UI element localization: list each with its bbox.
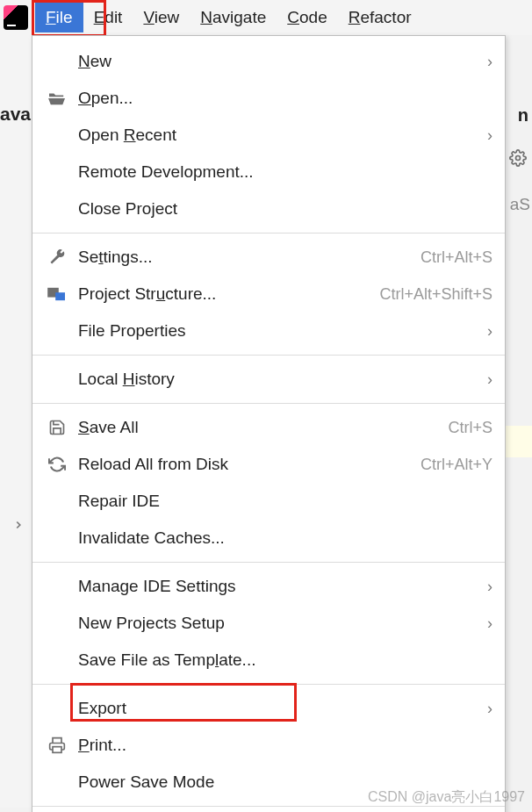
menu-edit[interactable]: Edit [83, 3, 133, 32]
shortcut: Ctrl+Alt+Y [421, 456, 492, 474]
menu-remote-dev[interactable]: Remote Development... [32, 154, 505, 190]
svg-rect-3 [53, 747, 61, 753]
bg-highlight-row [506, 426, 532, 457]
bg-text-aS: aS [510, 195, 530, 214]
menu-new-projects-setup[interactable]: New Projects Setup › [32, 605, 505, 642]
separator [32, 562, 505, 563]
menu-navigate[interactable]: Navigate [190, 3, 277, 32]
menu-manage-ide-settings[interactable]: Manage IDE Settings › [32, 568, 505, 605]
menu-repair-ide[interactable]: Repair IDE [32, 483, 505, 520]
print-icon [45, 737, 69, 754]
menu-new[interactable]: New › [32, 43, 505, 80]
menu-refactor[interactable]: Refactor [338, 3, 422, 32]
menu-view[interactable]: View [133, 3, 190, 32]
menubar: File Edit View Navigate Code Refactor [0, 0, 532, 35]
chevron-right-icon: › [487, 53, 492, 71]
chevron-right-icon: › [487, 370, 492, 389]
menu-open-recent[interactable]: Open Recent › [32, 117, 505, 154]
chevron-right-icon: › [487, 322, 492, 341]
separator [32, 403, 505, 404]
menu-file-label: ile [56, 8, 73, 26]
menu-save-all[interactable]: Save All Ctrl+S [32, 409, 505, 446]
menu-export[interactable]: Export › [32, 690, 505, 727]
menu-print[interactable]: Print... [32, 727, 505, 764]
chevron-right-icon: › [487, 700, 492, 718]
chevron-right-icon: › [487, 126, 492, 145]
separator [32, 233, 505, 234]
bg-text-ava: ava [0, 104, 31, 125]
wrench-icon [45, 248, 69, 266]
menu-project-structure[interactable]: Project Structure... Ctrl+Alt+Shift+S [32, 276, 505, 313]
menu-code[interactable]: Code [277, 3, 337, 32]
menu-reload-from-disk[interactable]: Reload All from Disk Ctrl+Alt+Y [32, 446, 505, 483]
save-icon [45, 419, 69, 436]
gear-icon[interactable] [509, 149, 527, 171]
shortcut: Ctrl+Alt+S [421, 248, 492, 267]
menu-save-as-template[interactable]: Save File as Template... [32, 642, 505, 679]
menu-invalidate-caches[interactable]: Invalidate Caches... [32, 520, 505, 557]
folder-open-icon [45, 90, 69, 106]
shortcut: Ctrl+S [448, 419, 492, 437]
bg-text-n: n [518, 105, 528, 126]
chevron-right-icon[interactable] [12, 516, 25, 535]
shortcut: Ctrl+Alt+Shift+S [379, 285, 492, 304]
separator [32, 684, 505, 685]
project-structure-icon [45, 286, 69, 302]
separator [32, 355, 505, 356]
intellij-icon [4, 5, 28, 30]
menu-file-properties[interactable]: File Properties › [32, 313, 505, 349]
left-gutter [0, 35, 32, 808]
menu-close-project[interactable]: Close Project [32, 190, 505, 227]
menu-local-history[interactable]: Local History › [32, 361, 505, 398]
file-dropdown: New › Open... Open Recent › Remote Devel… [32, 35, 506, 812]
reload-icon [45, 456, 69, 473]
svg-point-0 [516, 156, 521, 161]
menu-settings[interactable]: Settings... Ctrl+Alt+S [32, 239, 505, 276]
watermark: CSDN @java亮小白1997 [368, 788, 525, 807]
chevron-right-icon: › [487, 614, 492, 633]
svg-rect-2 [55, 292, 65, 300]
menu-open[interactable]: Open... [32, 80, 505, 117]
menu-file[interactable]: File [35, 3, 83, 32]
chevron-right-icon: › [487, 578, 492, 596]
